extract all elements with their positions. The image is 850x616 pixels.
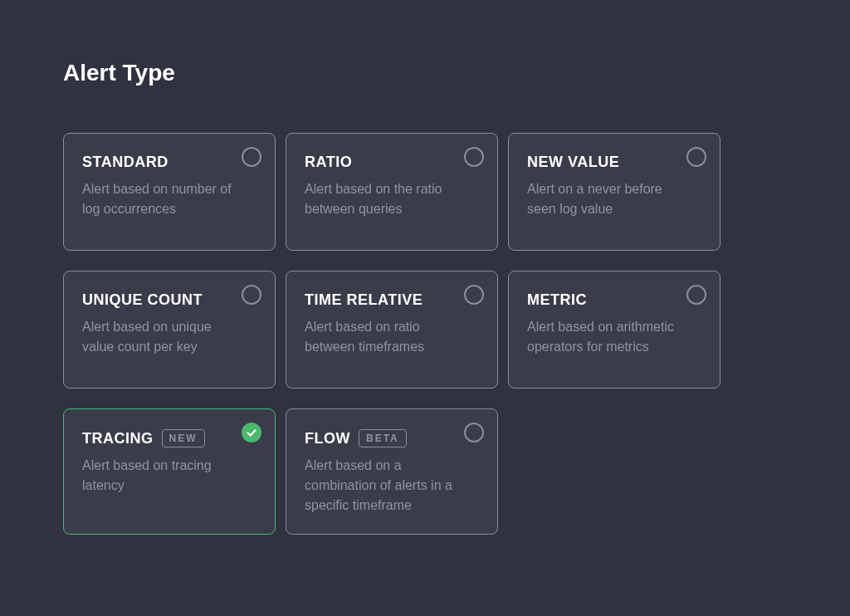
card-header: TIME RELATIVE	[305, 291, 479, 309]
card-description: Alert based on arithmetic operators for …	[527, 317, 681, 357]
card-header: RATIO	[305, 154, 479, 171]
radio-icon	[464, 423, 484, 442]
card-header: NEW VALUE	[527, 154, 701, 171]
card-description: Alert based on tracing latency	[82, 456, 236, 496]
alert-type-card-flow[interactable]: FLOW BETA Alert based on a combination o…	[286, 408, 498, 535]
radio-icon	[242, 147, 261, 167]
card-title: TRACING	[82, 430, 154, 447]
card-header: METRIC	[527, 291, 701, 309]
alert-type-cards-grid: STANDARD Alert based on number of log oc…	[63, 133, 787, 535]
card-description: Alert on a never before seen log value	[527, 179, 681, 219]
radio-icon	[686, 285, 706, 305]
card-header: TRACING NEW	[82, 429, 256, 447]
alert-type-card-unique-count[interactable]: UNIQUE COUNT Alert based on unique value…	[63, 271, 276, 389]
alert-type-card-standard[interactable]: STANDARD Alert based on number of log oc…	[63, 133, 276, 251]
radio-icon	[242, 285, 261, 305]
check-icon	[242, 423, 261, 442]
section-title: Alert Type	[63, 60, 787, 86]
card-title: METRIC	[527, 291, 587, 309]
card-title: UNIQUE COUNT	[82, 291, 203, 309]
alert-type-card-metric[interactable]: METRIC Alert based on arithmetic operato…	[508, 271, 721, 389]
card-title: RATIO	[305, 154, 352, 171]
card-description: Alert based on number of log occurrences	[82, 179, 236, 219]
card-title: FLOW	[305, 430, 350, 447]
card-description: Alert based on unique value count per ke…	[82, 317, 236, 357]
badge-new: NEW	[162, 429, 205, 447]
alert-type-card-tracing[interactable]: TRACING NEW Alert based on tracing laten…	[63, 408, 276, 535]
badge-beta: BETA	[359, 429, 407, 447]
radio-icon	[686, 147, 706, 167]
card-title: NEW VALUE	[527, 154, 619, 171]
alert-type-card-new-value[interactable]: NEW VALUE Alert on a never before seen l…	[508, 133, 721, 251]
card-description: Alert based on the ratio between queries	[305, 179, 458, 219]
card-header: UNIQUE COUNT	[82, 291, 256, 309]
card-header: STANDARD	[82, 154, 256, 171]
alert-type-card-ratio[interactable]: RATIO Alert based on the ratio between q…	[286, 133, 498, 251]
card-header: FLOW BETA	[305, 429, 479, 447]
card-title: TIME RELATIVE	[305, 291, 423, 309]
card-title: STANDARD	[82, 154, 169, 171]
alert-type-card-time-relative[interactable]: TIME RELATIVE Alert based on ratio betwe…	[286, 271, 498, 389]
radio-icon	[464, 285, 484, 305]
radio-icon	[464, 147, 484, 167]
card-description: Alert based on a combination of alerts i…	[305, 456, 458, 516]
card-description: Alert based on ratio between timeframes	[305, 317, 458, 357]
